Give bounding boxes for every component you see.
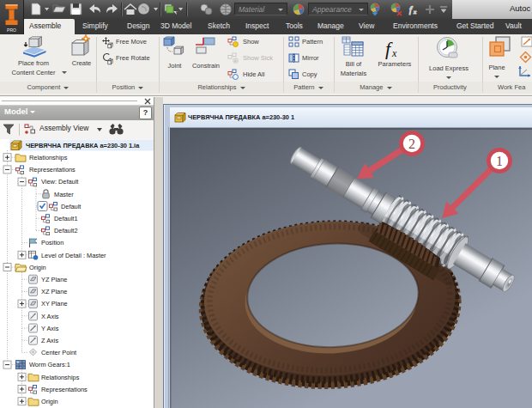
svg-text:Y Axis: Y Axis	[41, 325, 59, 332]
svg-text:YZ Plane: YZ Plane	[41, 276, 67, 283]
svg-text:Representations: Representations	[41, 386, 88, 393]
svg-text:Representations: Representations	[29, 166, 76, 174]
svg-text:Center Point: Center Point	[41, 349, 76, 356]
svg-text:Default2: Default2	[54, 227, 78, 234]
svg-text:Default1: Default1	[54, 215, 78, 222]
svg-text:1: 1	[496, 154, 503, 168]
svg-text:f: f	[409, 5, 413, 15]
svg-text:X Axis: X Axis	[41, 313, 59, 320]
svg-text:Position: Position	[41, 239, 63, 247]
svg-text:PRO: PRO	[7, 27, 16, 33]
svg-text:Default: Default	[61, 203, 81, 210]
svg-text:Relationships: Relationships	[29, 154, 68, 161]
svg-text:Z Axis: Z Axis	[41, 337, 58, 344]
svg-text:View: Default: View: Default	[41, 178, 78, 186]
svg-text:Origin: Origin	[29, 264, 46, 271]
svg-text:ЧЕРВЯЧНА ПРЕДАВКА a=230-30 1.i: ЧЕРВЯЧНА ПРЕДАВКА a=230-30 1.ia	[26, 142, 140, 149]
svg-text:Master: Master	[54, 191, 74, 198]
svg-text:XY Plane: XY Plane	[41, 300, 68, 308]
svg-text:Origin: Origin	[41, 398, 58, 405]
svg-text:2: 2	[408, 137, 415, 151]
svg-text:Level of Detail : Master: Level of Detail : Master	[41, 252, 106, 259]
svg-text:Relationships: Relationships	[41, 374, 80, 381]
svg-text:Worm Gears:1: Worm Gears:1	[29, 361, 70, 368]
svg-text:x: x	[413, 9, 417, 15]
svg-text:XZ Plane: XZ Plane	[41, 288, 67, 295]
